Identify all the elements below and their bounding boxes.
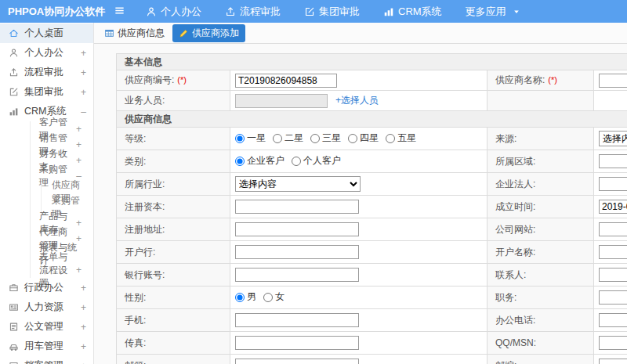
level-radio[interactable] [386, 134, 395, 143]
field-label-legal-person: 企业法人: [487, 173, 594, 196]
sidebar-item-label: 档案管理 [24, 359, 63, 364]
radio-label: 五星 [397, 132, 416, 145]
expand-plus-icon[interactable]: + [81, 48, 86, 59]
expand-plus-icon[interactable]: + [76, 265, 82, 276]
level-option-1[interactable]: 二星 [273, 132, 303, 145]
supplier-form: 基本信息供应商编号:(*)供应商名称:(*)业务人员:+选择人员供应商信息等级:… [116, 53, 627, 364]
level-radio[interactable] [310, 134, 320, 143]
sidebar-item-label: 个人桌面 [24, 27, 63, 40]
sidebar-item-document-management[interactable]: 公文管理+ [0, 317, 93, 337]
email-input[interactable] [235, 359, 359, 364]
postcode-input[interactable] [599, 359, 627, 364]
field-cell-bank-account [230, 264, 487, 287]
field-label-text: 来源: [495, 133, 516, 144]
gender-radio[interactable] [263, 293, 273, 302]
level-option-0[interactable]: 一星 [235, 132, 266, 145]
person-icon [146, 6, 157, 17]
level-radio[interactable] [348, 134, 357, 143]
region-input[interactable] [599, 154, 627, 168]
gender-option-0[interactable]: 男 [235, 290, 256, 304]
gender-radio[interactable] [235, 293, 245, 302]
topbar-menu-process-approval[interactable]: 流程审批 [225, 5, 281, 19]
select-staff-link[interactable]: +选择人员 [335, 95, 379, 106]
expand-plus-icon[interactable]: + [81, 87, 86, 98]
qq-msn-input[interactable] [599, 336, 627, 350]
required-marker: (*) [548, 75, 557, 85]
form-row: 开户行:开户名称: [117, 241, 627, 264]
source-select[interactable]: 选择内容 [599, 131, 627, 146]
field-label-source: 来源: [487, 128, 594, 150]
bank-branch-input[interactable] [235, 245, 359, 259]
sidebar-item-vehicle-management[interactable]: 用车管理+ [0, 337, 93, 356]
expand-plus-icon[interactable]: + [81, 341, 86, 352]
tab-supplier-info[interactable]: 供应商信息 [104, 27, 165, 40]
sidebar-item-human-resources[interactable]: 人力资源+ [0, 297, 93, 317]
tab-supplier-add[interactable]: 供应商添加 [172, 24, 245, 42]
field-cell-staff: +选择人员 [230, 91, 487, 111]
level-option-3[interactable]: 四星 [348, 132, 379, 145]
field-cell-empty [594, 91, 627, 111]
field-label-text: 所属区域: [495, 156, 535, 167]
fax-input[interactable] [235, 336, 359, 350]
field-cell-postcode [594, 355, 627, 364]
hamburger-menu-button[interactable] [114, 5, 125, 19]
account-name-input[interactable] [599, 245, 627, 259]
sidebar-item-group-approval[interactable]: 集团审批+ [0, 82, 93, 102]
expand-plus-icon[interactable]: + [76, 155, 82, 166]
expand-plus-icon[interactable]: + [76, 218, 82, 229]
expand-plus-icon[interactable]: + [81, 283, 86, 294]
legal-person-input[interactable] [599, 177, 627, 191]
expand-plus-icon[interactable]: + [81, 67, 86, 78]
level-radio[interactable] [235, 134, 245, 143]
field-label-text: 性别: [125, 292, 146, 303]
office-phone-input[interactable] [599, 313, 627, 327]
expand-plus-icon[interactable]: + [76, 139, 82, 150]
sidebar-item-archive-management[interactable]: 档案管理+ [0, 356, 93, 364]
supplier-name-input[interactable] [599, 74, 627, 88]
level-option-4[interactable]: 五星 [386, 132, 416, 145]
registered-capital-input[interactable] [235, 200, 359, 214]
field-label-text: 注册地址: [125, 224, 165, 235]
field-label-text: 公司网站: [495, 224, 535, 235]
sidebar-item-form-process-settings[interactable]: 表单与流程设置+ [31, 262, 93, 278]
table-icon [104, 28, 114, 38]
registered-address-input[interactable] [235, 222, 359, 236]
level-option-2[interactable]: 三星 [310, 132, 341, 145]
established-date-input[interactable] [599, 200, 627, 214]
category-radio[interactable] [235, 157, 245, 166]
gender-option-1[interactable]: 女 [263, 290, 285, 304]
expand-plus-icon[interactable]: + [81, 302, 86, 313]
car-icon [9, 341, 19, 351]
position-input[interactable] [599, 290, 627, 305]
sidebar-item-admin-office[interactable]: 行政办公+ [0, 278, 93, 297]
sidebar-item-personal-office[interactable]: 个人办公+ [0, 43, 93, 63]
sidebar-item-personal-desktop[interactable]: 个人桌面 [0, 23, 93, 43]
field-label-postcode: 邮编: [487, 355, 594, 364]
expand-plus-icon[interactable]: + [76, 124, 82, 135]
category-option-0[interactable]: 企业客户 [235, 154, 285, 168]
expand-plus-icon[interactable]: + [81, 322, 86, 333]
field-cell-company-website [594, 218, 627, 241]
topbar-menu-crm-system[interactable]: CRM系统 [383, 5, 442, 19]
sidebar-item-process-approval[interactable]: 流程审批+ [0, 63, 93, 82]
bank-account-input[interactable] [235, 268, 359, 282]
collapse-minus-icon[interactable]: – [81, 106, 86, 117]
section-title: 基本信息 [117, 54, 627, 70]
supplier-code-input[interactable] [235, 74, 337, 88]
expand-plus-icon[interactable]: + [81, 361, 86, 364]
company-website-input[interactable] [599, 222, 627, 236]
staff-input[interactable] [235, 94, 328, 108]
category-option-1[interactable]: 个人客户 [292, 154, 341, 168]
category-radio[interactable] [292, 157, 301, 166]
document-icon [9, 322, 19, 332]
field-cell-account-name [594, 241, 627, 264]
mobile-input[interactable] [235, 313, 359, 327]
contact-person-input[interactable] [599, 268, 627, 282]
topbar-menu-more-apps[interactable]: 更多应用 [466, 5, 520, 19]
field-cell-supplier-name [594, 70, 627, 91]
industry-select[interactable]: 选择内容 [235, 176, 361, 192]
level-radio[interactable] [273, 134, 282, 143]
topbar-menu-personal-office[interactable]: 个人办公 [146, 5, 201, 19]
topbar-menu-group-approval[interactable]: 集团审批 [304, 5, 360, 19]
field-label-staff: 业务人员: [117, 91, 230, 111]
